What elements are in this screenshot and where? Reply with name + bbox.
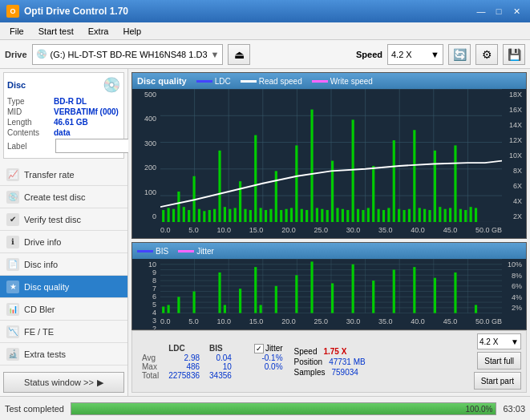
svg-rect-20 [188,210,190,222]
start-part-button[interactable]: Start part [474,372,521,390]
y-label-200: 200 [134,164,159,172]
samples-value: 759034 [331,368,358,377]
nav-label-drive-info: Drive info [24,237,61,247]
svg-rect-65 [419,208,421,222]
sidebar-item-disc-info[interactable]: 📄 Disc info [0,253,127,276]
title-bar-left: O Opti Drive Control 1.70 [6,5,128,18]
action-area: 4.2 X ▼ Start full Start part [474,333,521,390]
bx-label-20: 20.0 [281,317,296,325]
toolbar: Drive 💿 (G:) HL-DT-ST BD-RE WH16NS48 1.D… [0,40,530,69]
drive-icon: 💿 [36,49,47,59]
svg-rect-70 [444,209,447,223]
start-full-button[interactable]: Start full [477,352,521,370]
svg-rect-105 [260,305,262,313]
svg-rect-15 [162,210,164,222]
create-test-disc-icon: 💿 [6,191,19,204]
menu-bar: File Start test Extra Help [0,22,530,40]
sidebar-item-transfer-rate[interactable]: 📈 Transfer rate [0,164,127,186]
svg-rect-42 [301,209,303,223]
svg-rect-115 [454,273,456,313]
fe-te-icon: 📉 [6,325,19,338]
extra-tests-icon: 🔬 [6,348,19,361]
sidebar-item-fe-te[interactable]: 📉 FE / TE [0,321,127,343]
status-window-button[interactable]: Status window >> ▶ [3,372,124,393]
close-button[interactable]: ✕ [509,4,524,18]
length-value: 46.61 GB [54,118,88,127]
sidebar-item-create-test-disc[interactable]: 💿 Create test disc [0,186,127,208]
bx-label-5: 5.0 [188,317,199,325]
type-value: BD-R DL [54,97,87,106]
nav-label-transfer-rate: Transfer rate [24,170,75,180]
jitter-checkbox[interactable]: ✓ [254,344,264,353]
menu-help[interactable]: Help [116,25,148,38]
legend-read-speed-label: Read speed [259,77,302,86]
svg-rect-24 [208,210,211,222]
y-label-8x: 8X [504,167,524,175]
menu-file[interactable]: File [3,25,30,38]
svg-rect-74 [464,210,467,222]
status-window-label: Status window >> [24,378,94,387]
max-ldc: 486 [164,362,204,371]
status-text: Test completed [5,404,64,414]
save-button[interactable]: 💾 [503,44,525,65]
svg-rect-36 [269,209,272,223]
progress-bar-container: 100.0% [71,402,496,415]
svg-rect-34 [260,208,262,222]
y-label-4x: 4X [504,197,524,205]
sidebar-item-cd-bler[interactable]: 📊 CD Bler [0,298,127,321]
menu-start-test[interactable]: Start test [32,25,80,38]
svg-rect-67 [428,210,431,222]
nav-label-fe-te: FE / TE [24,327,54,337]
sidebar-item-extra-tests[interactable]: 🔬 Extra tests [0,343,127,365]
y-label-16x: 16X [504,106,524,114]
x-label-30: 30.0 [346,226,361,234]
jitter-checkbox-row: ✓ Jitter [254,344,283,353]
stats-row: LDC BIS ✓ Jitter Avg 2.98 0.0 [131,330,527,393]
drive-info-icon: ℹ [6,236,19,248]
refresh-button[interactable]: 🔄 [448,44,471,65]
sidebar-item-verify-test-disc[interactable]: ✔ Verify test disc [0,208,127,231]
svg-rect-17 [172,209,175,223]
progress-label: 100.0% [466,404,493,413]
legend-read-speed: Read speed [241,77,302,86]
disc-icon: 💿 [103,76,120,94]
svg-rect-46 [321,209,323,223]
svg-rect-100 [192,292,195,313]
nav-label-cd-bler: CD Bler [24,305,55,314]
chevron-down-icon: ▼ [511,337,519,346]
settings-button[interactable]: ⚙ [475,44,498,65]
x-label-45: 45.0 [443,226,458,234]
sidebar-item-disc-quality[interactable]: ★ Disc quality [0,276,127,298]
svg-rect-73 [459,209,462,223]
speed-select-small[interactable]: 4.2 X ▼ [477,333,521,349]
svg-rect-55 [367,208,370,222]
minimize-button[interactable]: — [474,4,488,18]
disc-info-icon: 📄 [6,258,19,271]
svg-rect-107 [295,276,297,313]
eject-button[interactable]: ⏏ [228,44,250,65]
nav-label-disc-info: Disc info [24,260,58,269]
y-label-4: 4 [134,309,159,317]
contents-label: Contents [7,128,54,137]
svg-rect-101 [218,273,220,313]
bx-label-30: 30.0 [346,317,361,325]
cd-bler-icon: 📊 [6,303,19,316]
legend-write-speed: Write speed [312,77,373,86]
y-label-2: 2 [134,325,159,330]
svg-rect-28 [229,209,231,223]
drive-label: Drive [5,50,27,59]
maximize-button[interactable]: □ [492,4,506,18]
sidebar-item-drive-info[interactable]: ℹ Drive info [0,231,127,253]
bottom-chart-svg [160,259,502,313]
drive-select[interactable]: 💿 (G:) HL-DT-ST BD-RE WH16NS48 1.D3 ▼ [32,44,224,65]
bx-label-40: 40.0 [411,317,425,325]
speed-select[interactable]: 4.2 X ▼ [387,44,443,65]
bottom-chart-panel: BIS Jitter 10 9 8 7 6 5 [131,242,527,330]
nav-label-disc-quality: Disc quality [24,282,69,292]
bx-label-15: 15.0 [249,317,264,325]
svg-rect-32 [249,210,252,222]
y-label-7: 7 [134,285,159,293]
menu-extra[interactable]: Extra [82,25,115,38]
svg-rect-98 [168,305,170,313]
svg-rect-61 [398,209,400,223]
